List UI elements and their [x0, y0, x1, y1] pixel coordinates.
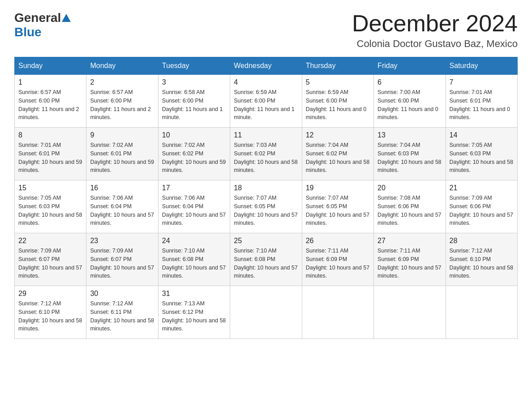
header-wednesday: Wednesday — [230, 57, 302, 75]
calendar-cell: 15 Sunrise: 7:05 AMSunset: 6:03 PMDaylig… — [15, 180, 86, 233]
day-number: 2 — [90, 78, 154, 86]
day-number: 11 — [234, 131, 298, 139]
day-info: Sunrise: 6:57 AMSunset: 6:00 PMDaylight:… — [18, 89, 79, 120]
calendar-cell: 12 Sunrise: 7:04 AMSunset: 6:02 PMDaylig… — [302, 128, 373, 180]
day-number: 1 — [18, 78, 82, 86]
day-info: Sunrise: 6:59 AMSunset: 6:00 PMDaylight:… — [306, 89, 367, 120]
calendar-cell: 21 Sunrise: 7:09 AMSunset: 6:06 PMDaylig… — [446, 180, 517, 233]
header-monday: Monday — [86, 57, 158, 75]
calendar-cell: 18 Sunrise: 7:07 AMSunset: 6:05 PMDaylig… — [230, 180, 302, 233]
header-tuesday: Tuesday — [158, 57, 230, 75]
day-number: 5 — [306, 78, 370, 86]
calendar-cell: 3 Sunrise: 6:58 AMSunset: 6:00 PMDayligh… — [158, 75, 230, 128]
header-thursday: Thursday — [302, 57, 373, 75]
day-number: 8 — [18, 131, 82, 139]
day-number: 30 — [90, 290, 154, 298]
day-number: 15 — [18, 184, 82, 192]
calendar-cell: 30 Sunrise: 7:12 AMSunset: 6:11 PMDaylig… — [86, 286, 158, 339]
calendar-cell: 25 Sunrise: 7:10 AMSunset: 6:08 PMDaylig… — [230, 233, 302, 286]
calendar-cell: 8 Sunrise: 7:01 AMSunset: 6:01 PMDayligh… — [15, 128, 86, 180]
day-info: Sunrise: 7:12 AMSunset: 6:10 PMDaylight:… — [18, 300, 82, 332]
day-number: 29 — [18, 290, 82, 298]
calendar-cell: 23 Sunrise: 7:09 AMSunset: 6:07 PMDaylig… — [86, 233, 158, 286]
week-row-5: 29 Sunrise: 7:12 AMSunset: 6:10 PMDaylig… — [15, 286, 518, 339]
page-header: General Blue December 2024 Colonia Docto… — [14, 11, 518, 50]
day-number: 9 — [90, 131, 154, 139]
day-info: Sunrise: 7:05 AMSunset: 6:03 PMDaylight:… — [18, 195, 82, 226]
day-number: 3 — [162, 78, 226, 86]
day-info: Sunrise: 6:59 AMSunset: 6:00 PMDaylight:… — [234, 89, 295, 120]
day-info: Sunrise: 7:12 AMSunset: 6:11 PMDaylight:… — [90, 300, 154, 332]
week-row-4: 22 Sunrise: 7:09 AMSunset: 6:07 PMDaylig… — [15, 233, 518, 286]
calendar-cell — [374, 286, 446, 339]
calendar-cell: 6 Sunrise: 7:00 AMSunset: 6:00 PMDayligh… — [374, 75, 446, 128]
day-info: Sunrise: 7:05 AMSunset: 6:03 PMDaylight:… — [450, 142, 513, 173]
calendar-cell: 27 Sunrise: 7:11 AMSunset: 6:09 PMDaylig… — [374, 233, 446, 286]
day-number: 24 — [162, 237, 226, 245]
day-info: Sunrise: 7:12 AMSunset: 6:10 PMDaylight:… — [450, 248, 513, 279]
title-section: December 2024 Colonia Doctor Gustavo Baz… — [352, 11, 518, 50]
calendar-cell: 5 Sunrise: 6:59 AMSunset: 6:00 PMDayligh… — [302, 75, 373, 128]
day-info: Sunrise: 7:11 AMSunset: 6:09 PMDaylight:… — [306, 248, 369, 279]
calendar-cell: 31 Sunrise: 7:13 AMSunset: 6:12 PMDaylig… — [158, 286, 230, 339]
day-info: Sunrise: 7:08 AMSunset: 6:06 PMDaylight:… — [378, 195, 441, 226]
day-info: Sunrise: 7:10 AMSunset: 6:08 PMDaylight:… — [162, 248, 226, 279]
calendar-cell: 28 Sunrise: 7:12 AMSunset: 6:10 PMDaylig… — [446, 233, 517, 286]
calendar-cell: 14 Sunrise: 7:05 AMSunset: 6:03 PMDaylig… — [446, 128, 517, 180]
month-title: December 2024 — [352, 11, 518, 36]
day-info: Sunrise: 7:04 AMSunset: 6:02 PMDaylight:… — [306, 142, 369, 173]
calendar-cell: 26 Sunrise: 7:11 AMSunset: 6:09 PMDaylig… — [302, 233, 373, 286]
day-number: 12 — [306, 131, 370, 139]
day-info: Sunrise: 7:04 AMSunset: 6:03 PMDaylight:… — [378, 142, 441, 173]
day-number: 21 — [450, 184, 514, 192]
calendar-cell: 10 Sunrise: 7:02 AMSunset: 6:02 PMDaylig… — [158, 128, 230, 180]
day-number: 28 — [450, 237, 514, 245]
day-info: Sunrise: 7:11 AMSunset: 6:09 PMDaylight:… — [378, 248, 441, 279]
calendar-cell: 24 Sunrise: 7:10 AMSunset: 6:08 PMDaylig… — [158, 233, 230, 286]
day-info: Sunrise: 7:07 AMSunset: 6:05 PMDaylight:… — [234, 195, 297, 226]
day-number: 19 — [306, 184, 370, 192]
calendar-table: SundayMondayTuesdayWednesdayThursdayFrid… — [14, 57, 518, 339]
week-row-3: 15 Sunrise: 7:05 AMSunset: 6:03 PMDaylig… — [15, 180, 518, 233]
day-number: 17 — [162, 184, 226, 192]
day-info: Sunrise: 7:01 AMSunset: 6:01 PMDaylight:… — [18, 142, 82, 173]
day-info: Sunrise: 6:57 AMSunset: 6:00 PMDaylight:… — [90, 89, 151, 120]
day-info: Sunrise: 7:00 AMSunset: 6:00 PMDaylight:… — [378, 89, 438, 120]
day-info: Sunrise: 7:09 AMSunset: 6:07 PMDaylight:… — [18, 248, 82, 279]
day-number: 26 — [306, 237, 370, 245]
calendar-cell: 16 Sunrise: 7:06 AMSunset: 6:04 PMDaylig… — [86, 180, 158, 233]
day-info: Sunrise: 7:02 AMSunset: 6:02 PMDaylight:… — [162, 142, 226, 173]
day-info: Sunrise: 7:01 AMSunset: 6:01 PMDaylight:… — [450, 89, 511, 120]
day-info: Sunrise: 7:13 AMSunset: 6:12 PMDaylight:… — [162, 300, 226, 332]
week-row-1: 1 Sunrise: 6:57 AMSunset: 6:00 PMDayligh… — [15, 75, 518, 128]
day-number: 31 — [162, 290, 226, 298]
day-number: 10 — [162, 131, 226, 139]
day-info: Sunrise: 7:03 AMSunset: 6:02 PMDaylight:… — [234, 142, 297, 173]
header-friday: Friday — [374, 57, 446, 75]
header-saturday: Saturday — [446, 57, 517, 75]
calendar-cell: 4 Sunrise: 6:59 AMSunset: 6:00 PMDayligh… — [230, 75, 302, 128]
calendar-cell — [302, 286, 373, 339]
calendar-cell: 13 Sunrise: 7:04 AMSunset: 6:03 PMDaylig… — [374, 128, 446, 180]
location-title: Colonia Doctor Gustavo Baz, Mexico — [352, 38, 518, 50]
day-number: 13 — [378, 131, 442, 139]
day-number: 22 — [18, 237, 82, 245]
week-row-2: 8 Sunrise: 7:01 AMSunset: 6:01 PMDayligh… — [15, 128, 518, 180]
header-sunday: Sunday — [15, 57, 86, 75]
calendar-cell — [446, 286, 517, 339]
day-number: 27 — [378, 237, 442, 245]
calendar-cell: 19 Sunrise: 7:07 AMSunset: 6:05 PMDaylig… — [302, 180, 373, 233]
day-info: Sunrise: 7:02 AMSunset: 6:01 PMDaylight:… — [90, 142, 154, 173]
day-number: 18 — [234, 184, 298, 192]
weekday-header-row: SundayMondayTuesdayWednesdayThursdayFrid… — [15, 57, 518, 75]
day-info: Sunrise: 7:06 AMSunset: 6:04 PMDaylight:… — [90, 195, 154, 226]
calendar-cell — [230, 286, 302, 339]
logo-triangle-icon — [62, 14, 71, 22]
calendar-cell: 29 Sunrise: 7:12 AMSunset: 6:10 PMDaylig… — [15, 286, 86, 339]
logo-blue-text: Blue — [14, 25, 42, 39]
calendar-cell: 11 Sunrise: 7:03 AMSunset: 6:02 PMDaylig… — [230, 128, 302, 180]
day-number: 6 — [378, 78, 442, 86]
calendar-cell: 1 Sunrise: 6:57 AMSunset: 6:00 PMDayligh… — [15, 75, 86, 128]
calendar-cell: 2 Sunrise: 6:57 AMSunset: 6:00 PMDayligh… — [86, 75, 158, 128]
calendar-cell: 9 Sunrise: 7:02 AMSunset: 6:01 PMDayligh… — [86, 128, 158, 180]
